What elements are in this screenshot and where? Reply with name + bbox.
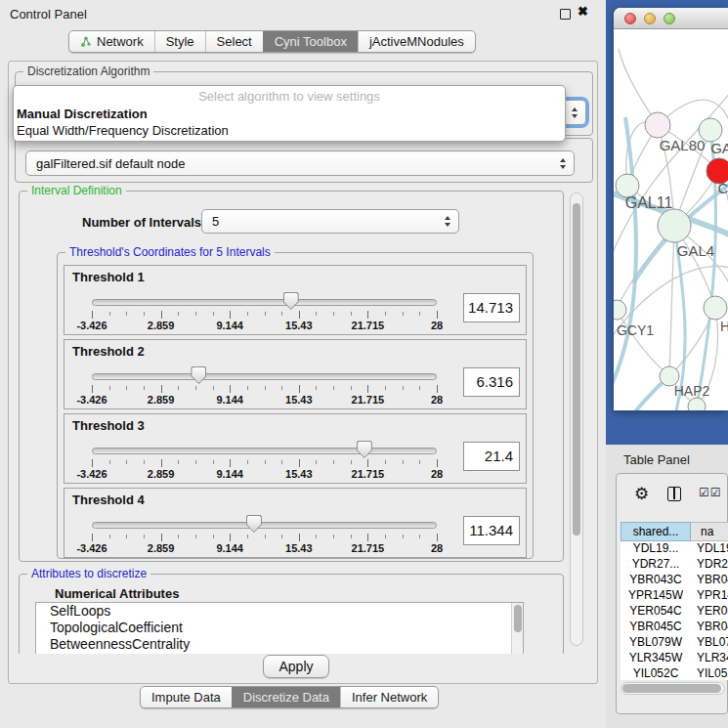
- attributes-scrollbar[interactable]: [511, 603, 523, 654]
- table-row[interactable]: YBL079WYBL079W: [621, 635, 728, 651]
- cell-shared-name[interactable]: YDL19...: [621, 541, 691, 557]
- network-node-ga[interactable]: [699, 118, 722, 142]
- tab-network[interactable]: Network: [69, 31, 154, 52]
- slider-tick: [213, 460, 214, 464]
- gear-icon[interactable]: ⚙: [634, 484, 649, 504]
- algorithm-option-manual[interactable]: Manual Discretization: [14, 106, 565, 122]
- float-window-icon[interactable]: [560, 9, 571, 20]
- columns-icon[interactable]: [667, 487, 681, 501]
- slider-tick: [403, 535, 404, 538]
- slider-tick: [195, 312, 196, 316]
- attributes-scrollbar-thumb[interactable]: [514, 605, 522, 632]
- network-node-h[interactable]: [704, 296, 727, 320]
- cell-shared-name[interactable]: YER054C: [621, 604, 691, 620]
- attribute-item[interactable]: TopologicalCoefficient: [36, 620, 523, 636]
- network-canvas[interactable]: GAL80GACGAL11GAL4GCY1HHAP2: [614, 29, 728, 410]
- slider-tick-label: 9.144: [205, 320, 254, 331]
- cell-name[interactable]: YDR27...: [691, 557, 728, 573]
- slider-tick: [281, 460, 282, 464]
- cell-shared-name[interactable]: YBL079W: [621, 635, 691, 651]
- threshold-value-field[interactable]: 14.713: [463, 293, 520, 322]
- table-row[interactable]: YIL052CYIL052C: [621, 666, 728, 680]
- slider-tick-label: -3.426: [67, 542, 116, 554]
- table-row[interactable]: YER054CYER054C: [621, 604, 728, 620]
- slider-thumb[interactable]: [283, 292, 299, 310]
- cell-shared-name[interactable]: YIL052C: [621, 666, 691, 680]
- cell-name[interactable]: YPR145W: [691, 588, 728, 604]
- tab-infer-network[interactable]: Infer Network: [340, 687, 438, 707]
- cell-name[interactable]: YER054C: [691, 604, 728, 620]
- table-horizontal-scrollbar[interactable]: [621, 682, 725, 695]
- slider-tick: [281, 386, 282, 390]
- combo-stepper-icon[interactable]: [445, 216, 458, 227]
- tab-jactivemnodules[interactable]: jActiveMNodules: [358, 31, 475, 52]
- tab-cyni-toolbox[interactable]: Cyni Toolbox: [263, 31, 358, 52]
- mac-close-icon[interactable]: [624, 13, 636, 24]
- slider-track[interactable]: [92, 373, 437, 380]
- checkbox-icons[interactable]: ☑☑: [699, 486, 722, 499]
- tab-discretize-data[interactable]: Discretize Data: [232, 687, 340, 707]
- attribute-item[interactable]: BetweennessCentrality: [36, 636, 523, 653]
- cell-shared-name[interactable]: YBR043C: [621, 573, 691, 588]
- cell-name[interactable]: YIL052C: [691, 666, 728, 680]
- slider-thumb[interactable]: [246, 515, 262, 533]
- cell-name[interactable]: YBR045C: [691, 620, 728, 635]
- tab-style[interactable]: Style: [154, 31, 205, 52]
- slider-thumb[interactable]: [357, 441, 372, 458]
- slider-tick-label: 2.859: [137, 542, 186, 554]
- cell-name[interactable]: YDL19...: [691, 541, 728, 557]
- cell-shared-name[interactable]: YDR27...: [621, 557, 691, 573]
- tab-select[interactable]: Select: [205, 31, 263, 52]
- combo-stepper-icon[interactable]: [560, 158, 574, 169]
- column-header-shared-name[interactable]: shared...: [621, 522, 691, 541]
- slider-tick: [161, 385, 162, 393]
- cell-name[interactable]: YLR345W: [691, 651, 728, 666]
- table-row[interactable]: YPR145WYPR145W: [621, 588, 728, 604]
- cell-name[interactable]: YBR043C: [691, 573, 728, 588]
- table-row[interactable]: YDL19...YDL19...: [621, 541, 728, 557]
- settings-scrollbar-thumb[interactable]: [573, 203, 580, 535]
- algorithm-option-equal-width[interactable]: Equal Width/Frequency Discretization: [14, 122, 565, 139]
- threshold-value-field[interactable]: 11.344: [463, 516, 520, 545]
- threshold-panel-2: Threshold 2-3.4262.8599.14415.4321.71528…: [64, 339, 527, 409]
- apply-button[interactable]: Apply: [263, 655, 329, 678]
- numerical-attributes-list[interactable]: SelfLoopsTopologicalCoefficientBetweenne…: [35, 602, 524, 654]
- cell-shared-name[interactable]: YBR045C: [621, 620, 691, 635]
- network-node-gcy1[interactable]: [614, 300, 626, 320]
- network-node-label: HAP2: [674, 383, 710, 399]
- threshold-value-field[interactable]: 6.316: [463, 367, 520, 397]
- table-panel: ⚙ ☑☑ shared... na YDL19...YDL19...YDR27.…: [616, 473, 728, 714]
- cell-shared-name[interactable]: YPR145W: [621, 588, 691, 604]
- table-row[interactable]: YDR27...YDR27...: [621, 557, 728, 573]
- network-window-titlebar[interactable]: [614, 8, 728, 29]
- slider-tick: [367, 534, 368, 541]
- slider-track[interactable]: [92, 522, 437, 529]
- table-row[interactable]: YBR043CYBR043C: [621, 573, 728, 588]
- network-node-gal80[interactable]: [645, 112, 670, 138]
- slider-track[interactable]: [92, 299, 437, 306]
- table-data-combobox[interactable]: galFiltered.sif default node: [25, 150, 575, 176]
- close-icon[interactable]: ✖: [578, 4, 588, 19]
- network-node[interactable]: [688, 398, 706, 410]
- algorithm-popup-hint: Select algorithm to view settings: [14, 88, 565, 106]
- attribute-item[interactable]: SelfLoops: [36, 603, 523, 620]
- mac-zoom-icon[interactable]: [664, 13, 675, 24]
- cell-name[interactable]: YBL079W: [691, 635, 728, 651]
- threshold-value-field[interactable]: 21.4: [463, 442, 520, 471]
- number-of-intervals-combobox[interactable]: 5: [201, 209, 459, 234]
- thresholds-group-title: Threshold's Coordinates for 5 Intervals: [65, 245, 275, 259]
- slider-thumb[interactable]: [191, 366, 206, 384]
- combo-stepper-icon[interactable]: [572, 107, 585, 118]
- settings-scrollbar[interactable]: [570, 193, 583, 646]
- column-header-name[interactable]: na: [691, 522, 728, 541]
- mac-minimize-icon[interactable]: [644, 13, 656, 24]
- slider-tick-label: 9.144: [205, 468, 254, 480]
- slider-track[interactable]: [92, 448, 437, 454]
- control-panel-title: Control Panel: [10, 7, 87, 21]
- table-horizontal-scrollbar-thumb[interactable]: [622, 684, 721, 693]
- table-row[interactable]: YLR345WYLR345W: [621, 651, 728, 666]
- network-node-gal4[interactable]: [658, 209, 691, 242]
- tab-impute-data[interactable]: Impute Data: [141, 687, 232, 707]
- table-row[interactable]: YBR045CYBR045C: [621, 620, 728, 635]
- cell-shared-name[interactable]: YLR345W: [621, 651, 691, 666]
